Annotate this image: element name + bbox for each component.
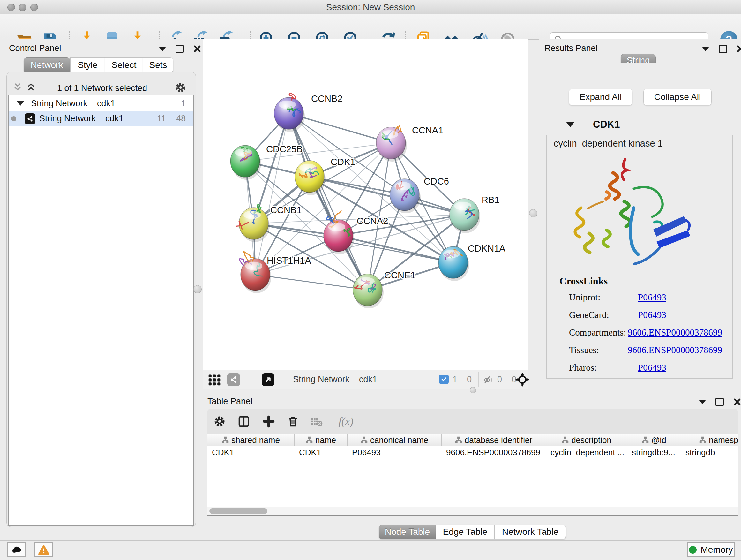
window-titlebar: Session: New Session bbox=[0, 0, 741, 14]
column-header-canonicalname[interactable]: canonical name bbox=[347, 434, 442, 446]
expand-all-button[interactable]: Expand All bbox=[569, 89, 632, 105]
table-cell[interactable]: stringdb:9... bbox=[627, 446, 681, 459]
chevron-double-down-icon bbox=[12, 81, 23, 92]
network-node-label: CCNE1 bbox=[384, 270, 415, 280]
crosslink-link[interactable]: P06493 bbox=[638, 310, 666, 320]
column-header-namespace[interactable]: namespace bbox=[681, 434, 738, 446]
network-node-label: CCNB2 bbox=[311, 94, 342, 104]
tab-node-table[interactable]: Node Table bbox=[379, 524, 436, 539]
panel-close-icon[interactable] bbox=[737, 45, 741, 53]
tab-edge-table[interactable]: Edge Table bbox=[436, 524, 494, 539]
column-header-name[interactable]: name bbox=[294, 434, 347, 446]
table-panel-controls bbox=[699, 398, 741, 406]
crosslink-link[interactable]: P06493 bbox=[638, 362, 666, 373]
delete-column-button[interactable] bbox=[285, 413, 301, 430]
show-columns-button[interactable] bbox=[235, 413, 252, 430]
crosslink-link[interactable]: 9606.ENSP00000378699 bbox=[628, 345, 722, 355]
selected-count-checkbox[interactable] bbox=[439, 374, 449, 384]
scrollbar-thumb[interactable] bbox=[209, 508, 267, 514]
network-edge[interactable] bbox=[255, 274, 367, 290]
table-cell[interactable]: 9606.ENSP00000378699 bbox=[442, 446, 546, 459]
network-node-label: CDC6 bbox=[424, 176, 449, 186]
panel-close-icon[interactable] bbox=[733, 398, 741, 406]
results-panel-title: Results Panel bbox=[544, 44, 598, 53]
panel-float-icon[interactable] bbox=[719, 45, 727, 53]
tab-network-table[interactable]: Network Table bbox=[494, 524, 566, 539]
tab-style[interactable]: Style bbox=[70, 57, 105, 73]
network-node-label: CCNA1 bbox=[412, 125, 443, 135]
fit-selected-button[interactable] bbox=[515, 372, 530, 388]
table-cell[interactable]: CDK1 bbox=[294, 446, 347, 459]
network-edge[interactable] bbox=[255, 113, 289, 274]
crosslink-link[interactable]: 9606.ENSP00000378699 bbox=[628, 327, 722, 338]
table-horizontal-scrollbar[interactable] bbox=[207, 507, 738, 515]
network-node-label: RB1 bbox=[482, 195, 499, 205]
crosslink-row: Tissues:9606.ENSP00000378699 bbox=[569, 345, 722, 355]
crosslink-link[interactable]: P06493 bbox=[638, 292, 666, 303]
tab-network[interactable]: Network bbox=[23, 57, 70, 73]
collapse-all-button[interactable]: Collapse All bbox=[643, 89, 712, 105]
network-graph[interactable]: CCNB2CCNA1CDC25BCDK1CDC6RB1CCNB1CCNA2CDK… bbox=[203, 39, 529, 370]
function-builder-button[interactable]: f(x) bbox=[333, 413, 359, 430]
status-bar: Memory bbox=[0, 540, 741, 560]
network-node-label: CCNB1 bbox=[270, 205, 301, 215]
hidden-nodes-edges-count: 0 – 0 bbox=[497, 374, 516, 384]
collapse-all-networks-button[interactable] bbox=[12, 81, 23, 94]
crosslink-label: Tissues: bbox=[569, 345, 628, 355]
memory-label: Memory bbox=[700, 545, 733, 555]
tab-sets[interactable]: Sets bbox=[143, 57, 173, 73]
protein-ribbon-squiggle bbox=[243, 251, 254, 263]
panel-float-icon[interactable] bbox=[716, 398, 724, 406]
column-header-sharedname[interactable]: shared name bbox=[207, 434, 294, 446]
column-type-icon bbox=[455, 436, 462, 443]
crosslinks-list: Uniprot:P06493GeneCard:P06493Compartment… bbox=[569, 292, 722, 380]
crosslink-row: Uniprot:P06493 bbox=[569, 292, 722, 303]
gene-disclosure-icon[interactable] bbox=[566, 122, 575, 127]
table-settings-button[interactable] bbox=[211, 413, 228, 430]
birds-eye-view-button[interactable] bbox=[262, 373, 274, 386]
network-canvas[interactable]: CCNB2CCNA1CDC25BCDK1CDC6RB1CCNB1CCNA2CDK… bbox=[203, 39, 529, 370]
table-cell[interactable]: cyclin–dependent ... bbox=[546, 446, 627, 459]
network-view-mode-button[interactable] bbox=[227, 373, 240, 386]
table-row[interactable]: CDK1CDK1P064939606.ENSP00000378699cyclin… bbox=[207, 446, 738, 459]
network-tree-child-row[interactable]: String Network – cdk1 11 48 bbox=[9, 111, 193, 126]
separator bbox=[285, 372, 285, 387]
table-cell[interactable]: P06493 bbox=[347, 446, 442, 459]
column-header-id[interactable]: @id bbox=[627, 434, 681, 446]
table-cell[interactable]: CDK1 bbox=[207, 446, 294, 459]
current-network-name: String Network – cdk1 bbox=[293, 374, 377, 384]
network-tree-root-row[interactable]: String Network – cdk1 1 bbox=[9, 98, 193, 111]
warnings-button[interactable] bbox=[35, 543, 53, 557]
cloud-status-button[interactable] bbox=[7, 543, 26, 557]
bottom-splitter-handle[interactable] bbox=[470, 387, 476, 393]
window-title: Session: New Session bbox=[0, 2, 741, 12]
column-header-description[interactable]: description bbox=[546, 434, 627, 446]
memory-button[interactable]: Memory bbox=[687, 543, 735, 557]
grid-view-button[interactable] bbox=[207, 373, 221, 388]
protein-structure-image bbox=[559, 153, 696, 277]
panel-float-icon[interactable] bbox=[176, 45, 184, 53]
delete-table-button[interactable] bbox=[308, 413, 325, 430]
separator bbox=[251, 372, 252, 387]
network-list: String Network – cdk1 1 String Network –… bbox=[8, 95, 194, 525]
crosslink-label: Pharos: bbox=[569, 362, 638, 373]
tab-select[interactable]: Select bbox=[105, 57, 143, 73]
node-table: shared namenamecanonical namedatabase id… bbox=[207, 434, 738, 516]
network-options-button[interactable] bbox=[175, 82, 186, 95]
share-icon bbox=[229, 375, 238, 384]
expand-all-networks-button[interactable] bbox=[25, 81, 37, 94]
panel-close-icon[interactable] bbox=[193, 45, 201, 53]
add-column-button[interactable] bbox=[260, 413, 277, 430]
panel-menu-icon[interactable] bbox=[702, 47, 709, 51]
left-splitter-handle[interactable] bbox=[193, 285, 202, 294]
crosslink-row: Compartments:9606.ENSP00000378699 bbox=[569, 327, 722, 338]
column-header-databaseidentifier[interactable]: database identifier bbox=[442, 434, 546, 446]
tree-disclosure-icon[interactable] bbox=[17, 101, 24, 106]
column-type-icon bbox=[360, 436, 367, 443]
network-edge[interactable] bbox=[338, 236, 453, 262]
panel-menu-icon[interactable] bbox=[159, 47, 166, 51]
table-cell[interactable]: stringdb bbox=[681, 446, 738, 459]
right-splitter-handle[interactable] bbox=[529, 209, 537, 217]
panel-menu-icon[interactable] bbox=[699, 400, 706, 404]
control-panel-controls bbox=[159, 45, 201, 53]
